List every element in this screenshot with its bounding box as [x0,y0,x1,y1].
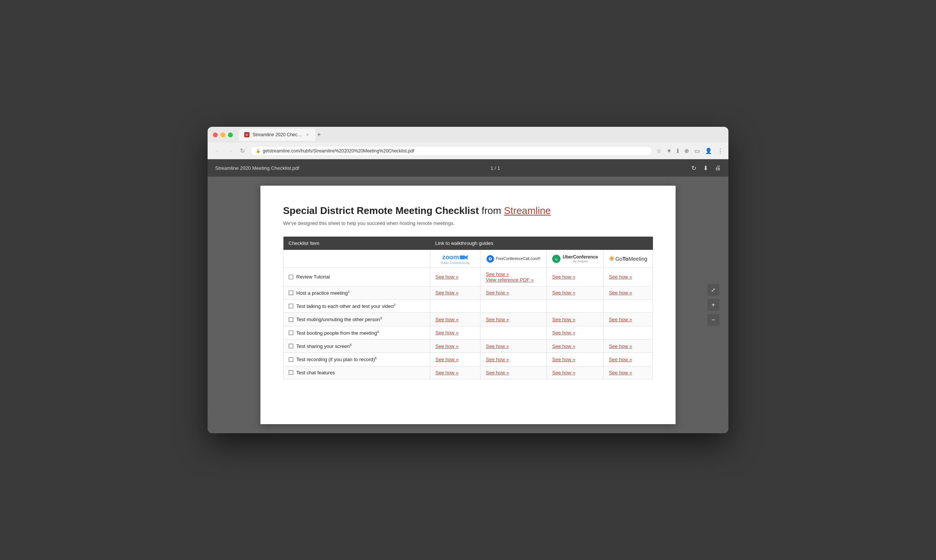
shield-icon[interactable]: ⊕ [684,148,689,154]
tab-close-button[interactable]: ✕ [305,132,310,137]
uber-link-cell: See how » [547,313,603,326]
close-button[interactable] [213,132,218,137]
goto-link-cell: See how » [603,366,653,379]
goto-see-how-link[interactable]: See how » [609,317,632,322]
fcc-logo: FreeConferenceCall.com® [486,255,541,263]
address-input[interactable]: 🔒 getstreamline.com/hubfs/Streamline%202… [250,146,653,156]
zoom-see-how-link[interactable]: See how » [436,343,459,349]
fcc-see-how-link[interactable]: See how » [486,290,509,295]
svg-rect-0 [460,255,465,259]
checkbox[interactable] [289,344,293,348]
zoom-link-cell: See how » [430,313,480,326]
fcc-see-how-link[interactable]: See how » [486,317,509,322]
zoom-see-how-link[interactable]: See how » [436,370,459,375]
goto-see-how-link[interactable]: See how » [609,370,632,375]
fcc-see-how-link[interactable]: See how » [486,370,509,375]
uber-text: UberConference [563,254,598,260]
zoom-in-button[interactable]: + [707,299,719,311]
goto-see-how-link[interactable]: See how » [609,274,632,280]
goto-link-cell: See how » [603,313,653,326]
title-from: from [482,205,504,216]
checkbox[interactable] [289,304,293,308]
document-title: Special District Remote Meeting Checklis… [283,205,653,217]
fcc-link-cell [480,326,547,339]
pdf-area: Special District Remote Meeting Checklis… [208,177,728,433]
pdf-page-indicator: 1 / 1 [491,165,500,171]
fcc-see-how-link[interactable]: View reference PDF » [486,277,534,283]
zoom-controls: ⤢ + − [707,284,719,326]
new-tab-button[interactable]: + [317,131,321,138]
info-icon[interactable]: ℹ [677,148,679,154]
profile-icon[interactable]: 👤 [705,148,712,154]
uber-see-how-link[interactable]: See how » [552,317,575,322]
checklist-item-cell: Test recording (if you plan to record)6 [283,353,430,366]
zoom-out-button[interactable]: − [707,314,719,326]
fcc-see-how-link[interactable]: See how » [486,357,509,362]
lock-icon: 🔒 [256,149,260,153]
item-text: Test recording (if you plan to record)6 [296,356,377,362]
uber-link-cell: See how » [547,366,603,379]
checkbox[interactable] [289,370,293,375]
goto-see-how-link[interactable]: See how » [609,357,632,362]
item-text: Test booting people from the meeting4 [296,330,379,336]
menu-icon[interactable]: ⋮ [717,148,723,154]
goto-link-cell: See how » [603,353,653,366]
zoom-see-how-link[interactable]: See how » [436,330,459,335]
address-text: getstreamline.com/hubfs/Streamline%20202… [263,148,414,154]
fcc-see-how-link[interactable]: See how » [486,271,509,277]
tab-favicon: S [244,132,249,137]
zoom-subtitle: Video Conferencing [441,262,470,264]
svg-point-4 [490,258,491,260]
checklist-table: Checklist Item Link to walkthrough guide… [283,237,653,379]
fullscreen-button[interactable] [228,132,233,137]
zoom-see-how-link[interactable]: See how » [436,274,459,280]
minimize-button[interactable] [220,132,225,137]
uber-logo-cell: U UberConference By Dialpad [547,250,603,268]
zoom-camera-icon [460,255,468,260]
uber-icon: U [552,255,560,263]
back-button[interactable]: ← [213,146,222,156]
goto-link-cell: See how » [603,340,653,353]
uber-see-how-link[interactable]: See how » [552,357,575,362]
uber-link-cell: See how » [547,340,603,353]
active-tab[interactable]: S Streamline 2020 Chec… ✕ [239,129,316,141]
checkbox[interactable] [289,331,293,335]
fcc-see-how-link[interactable]: See how » [486,343,509,349]
expand-button[interactable]: ⤢ [707,284,719,296]
checklist-item-cell: Test booting people from the meeting4 [283,326,430,339]
item-text: Test chat features [296,370,335,375]
uber-see-how-link[interactable]: See how » [552,370,575,375]
uber-see-how-link[interactable]: See how » [552,343,575,349]
uber-see-how-link[interactable]: See how » [552,274,575,280]
bookmark-icon[interactable]: ☆ [656,148,661,154]
title-link[interactable]: Streamline [504,205,551,216]
zoom-link-cell: See how » [430,326,480,339]
zoom-see-how-link[interactable]: See how » [436,357,459,362]
item-text: Test sharing your screen5 [296,343,352,349]
brightness-icon[interactable]: ☀ [667,148,671,154]
checkbox[interactable] [289,357,293,362]
goto-logo-cell: ✳ GoToMeeting [603,250,653,268]
tab-title: Streamline 2020 Chec… [252,132,302,137]
uber-see-how-link[interactable]: See how » [552,290,575,295]
rotate-icon[interactable]: ↻ [691,165,696,172]
checkbox[interactable] [289,275,293,279]
goto-see-how-link[interactable]: See how » [609,343,632,349]
zoom-see-how-link[interactable]: See how » [436,317,459,322]
goto-see-how-link[interactable]: See how » [609,290,632,295]
print-icon[interactable]: 🖨 [715,165,721,172]
item-text: Review Tutorial [296,274,330,280]
cast-icon[interactable]: ▭ [694,148,700,154]
reload-button[interactable]: ↻ [239,146,246,156]
fcc-icon [486,255,494,263]
svg-marker-1 [465,255,468,260]
title-bold: Special District Remote Meeting Checklis… [283,205,482,216]
document-subtitle: We've designed this sheet to help you su… [283,220,653,226]
fcc-logo-cell: FreeConferenceCall.com® [480,250,547,268]
forward-button[interactable]: → [226,146,235,156]
download-icon[interactable]: ⬇ [703,165,708,172]
checkbox[interactable] [289,291,293,295]
zoom-see-how-link[interactable]: See how » [436,290,459,295]
uber-see-how-link[interactable]: See how » [552,330,575,335]
checkbox[interactable] [289,317,293,322]
